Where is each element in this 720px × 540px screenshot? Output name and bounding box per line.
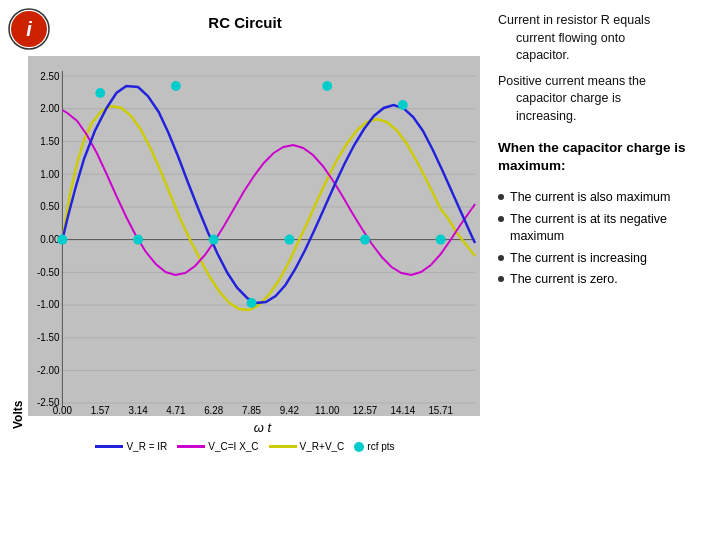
- svg-text:1.00: 1.00: [40, 169, 60, 180]
- logo: i: [8, 8, 50, 50]
- svg-text:-1.00: -1.00: [37, 299, 60, 310]
- chart-legend: V_R = IR V_C=I X_C V_R+V_C rcf pts: [10, 441, 480, 452]
- svg-text:1.57: 1.57: [91, 405, 111, 416]
- legend-rcf-dot: [354, 442, 364, 452]
- svg-text:-1.50: -1.50: [37, 332, 60, 343]
- svg-text:4.71: 4.71: [166, 405, 186, 416]
- svg-text:i: i: [26, 18, 32, 40]
- y-axis-label: Volts: [11, 413, 25, 429]
- para2-line1: Positive current means the: [498, 74, 646, 88]
- svg-text:7.85: 7.85: [242, 405, 262, 416]
- svg-text:12.57: 12.57: [353, 405, 378, 416]
- legend-vr-label: V_R = IR: [126, 441, 167, 452]
- legend-vr-line: [95, 445, 123, 448]
- bullet-dot-1: [498, 194, 504, 200]
- legend-vrc: V_R+V_C: [269, 441, 345, 452]
- chart-area: 2.50 2.00 1.50 1.00 0.50 0.00 -0.50 -1.0…: [28, 56, 480, 416]
- svg-point-44: [247, 298, 257, 308]
- svg-rect-3: [28, 56, 480, 416]
- bullet-dot-4: [498, 276, 504, 282]
- info-block-2: Positive current means the capacitor cha…: [498, 73, 710, 126]
- legend-rcf: rcf pts: [354, 441, 394, 452]
- legend-vrc-label: V_R+V_C: [300, 441, 345, 452]
- bullet-text-2: The current is at its negative maximum: [510, 211, 710, 246]
- svg-text:0.00: 0.00: [53, 405, 73, 416]
- legend-vrc-line: [269, 445, 297, 448]
- bullet-list: The current is also maximum The current …: [498, 189, 710, 293]
- svg-point-49: [436, 235, 446, 245]
- svg-text:3.14: 3.14: [128, 405, 148, 416]
- svg-point-39: [57, 235, 67, 245]
- legend-vc-label: V_C=I X_C: [208, 441, 258, 452]
- svg-point-40: [95, 88, 105, 98]
- svg-text:1.50: 1.50: [40, 136, 60, 147]
- bullet-dot-3: [498, 255, 504, 261]
- left-panel: i RC Circuit Volts 2.50: [0, 0, 490, 540]
- bullet-text-1: The current is also maximum: [510, 189, 670, 207]
- svg-text:6.28: 6.28: [204, 405, 224, 416]
- right-panel: Current in resistor R equals current flo…: [490, 0, 720, 540]
- para1-line3: capacitor.: [516, 48, 570, 62]
- svg-text:0.50: 0.50: [40, 201, 60, 212]
- legend-vc: V_C=I X_C: [177, 441, 258, 452]
- svg-text:2.50: 2.50: [40, 71, 60, 82]
- list-item-4: The current is zero.: [498, 271, 710, 289]
- svg-text:-2.00: -2.00: [37, 365, 60, 376]
- svg-text:15.71: 15.71: [428, 405, 453, 416]
- svg-text:14.14: 14.14: [391, 405, 416, 416]
- para2-line2: capacitor charge is: [516, 91, 621, 105]
- legend-vc-line: [177, 445, 205, 448]
- svg-point-41: [133, 235, 143, 245]
- list-item-1: The current is also maximum: [498, 189, 710, 207]
- svg-point-42: [171, 81, 181, 91]
- bullet-text-3: The current is increasing: [510, 250, 647, 268]
- x-axis-label: ω t: [45, 420, 480, 435]
- legend-vr: V_R = IR: [95, 441, 167, 452]
- svg-text:11.00: 11.00: [315, 405, 340, 416]
- svg-point-47: [360, 235, 370, 245]
- chart-title: RC Circuit: [10, 14, 480, 31]
- bullet-text-4: The current is zero.: [510, 271, 618, 289]
- section-heading: When the capacitor charge is maximum:: [498, 139, 710, 175]
- svg-text:-0.50: -0.50: [37, 267, 60, 278]
- svg-text:2.00: 2.00: [40, 103, 60, 114]
- svg-point-48: [398, 100, 408, 110]
- svg-point-43: [209, 235, 219, 245]
- info-block-1: Current in resistor R equals current flo…: [498, 12, 710, 65]
- para1-line2: current flowing onto: [516, 31, 625, 45]
- svg-point-46: [322, 81, 332, 91]
- bullet-dot-2: [498, 216, 504, 222]
- list-item-2: The current is at its negative maximum: [498, 211, 710, 246]
- svg-point-45: [284, 235, 294, 245]
- svg-text:9.42: 9.42: [280, 405, 300, 416]
- para1-line1: Current in resistor R equals: [498, 13, 650, 27]
- para2-line3: increasing.: [516, 109, 576, 123]
- legend-rcf-label: rcf pts: [367, 441, 394, 452]
- list-item-3: The current is increasing: [498, 250, 710, 268]
- svg-text:0.00: 0.00: [40, 234, 60, 245]
